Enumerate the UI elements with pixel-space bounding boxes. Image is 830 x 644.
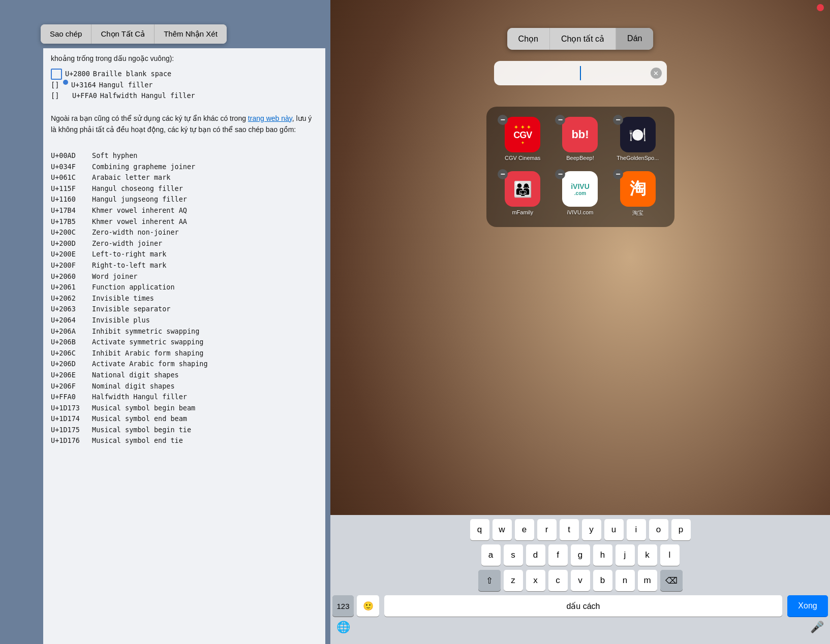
globe-icon[interactable]: 🌐 bbox=[336, 621, 350, 634]
intro-line: khoảng trống trong dấu ngoặc vuông): bbox=[51, 53, 318, 65]
space-key[interactable]: dấu cách bbox=[384, 595, 782, 617]
char-line-3: [] U+FFA0 Halfwidth Hangul filler bbox=[51, 90, 318, 102]
char-item-24: U+1D174Musical symbol end beam bbox=[51, 413, 318, 425]
keyboard-row-3: ⇧ z x c v b n m ⌫ bbox=[332, 570, 828, 591]
key-c[interactable]: c bbox=[548, 570, 568, 591]
keyboard-row-4: 123 🙂 dấu cách Xong bbox=[332, 595, 828, 617]
apps-grid: − ✦ ✦ ✦ CGV ✦ CGV Cinemas − bb! BeepBeep… bbox=[486, 107, 674, 227]
paragraph-text: Ngoài ra bạn cũng có thể sử dụng các ký … bbox=[51, 113, 318, 136]
char-item-4: U+1160Hangul jungseong filler bbox=[51, 194, 318, 205]
key-v[interactable]: v bbox=[571, 570, 590, 591]
key-d[interactable]: d bbox=[526, 544, 545, 566]
app-mfamily[interactable]: − 👨‍👩‍👧 mFamily bbox=[500, 171, 545, 217]
shift-key[interactable]: ⇧ bbox=[478, 570, 501, 591]
beepbeep-minus-button[interactable]: − bbox=[555, 115, 565, 125]
taobao-icon: 淘 bbox=[620, 171, 656, 207]
key-w[interactable]: w bbox=[493, 519, 512, 540]
char-item-15: U+2064Invisible plus bbox=[51, 315, 318, 326]
key-q[interactable]: q bbox=[470, 519, 489, 540]
mfamily-icon: 👨‍👩‍👧 bbox=[505, 171, 540, 207]
char-item-17: U+206BActivate symmetric swapping bbox=[51, 337, 318, 348]
app-beepbeep[interactable]: − bb! BeepBeep! bbox=[557, 117, 603, 161]
search-cursor bbox=[580, 66, 581, 80]
key-e[interactable]: e bbox=[515, 519, 534, 540]
char-item-11: U+2060Word joiner bbox=[51, 271, 318, 282]
key-u[interactable]: u bbox=[604, 519, 624, 540]
emoji-key[interactable]: 🙂 bbox=[357, 595, 379, 617]
app-cgv[interactable]: − ✦ ✦ ✦ CGV ✦ CGV Cinemas bbox=[500, 117, 545, 161]
cgv-label: CGV Cinemas bbox=[505, 155, 540, 161]
char-item-25: U+1D175Musical symbol begin tie bbox=[51, 425, 318, 436]
key-j[interactable]: j bbox=[616, 544, 635, 566]
left-panel: Sao chép Chọn Tất Cả Thêm Nhận Xét khoản… bbox=[0, 0, 330, 644]
char-item-12: U+2061Function application bbox=[51, 282, 318, 293]
key-r[interactable]: r bbox=[537, 519, 557, 540]
key-l[interactable]: l bbox=[660, 544, 680, 566]
app-taobao[interactable]: − 淘 淘宝 bbox=[615, 171, 661, 217]
keyboard-bottom-row: 🌐 🎤 bbox=[332, 621, 828, 634]
char-item-20: U+206ENational digit shapes bbox=[51, 370, 318, 381]
char-item-16: U+206AInhibit symmetric swapping bbox=[51, 326, 318, 337]
chars-list: U+00ADSoft hyphen U+034FCombining graphe… bbox=[51, 150, 318, 446]
key-i[interactable]: i bbox=[627, 519, 646, 540]
key-t[interactable]: t bbox=[560, 519, 579, 540]
char-line-1: ⠀ U+2800 Braille blank space bbox=[51, 69, 318, 80]
apps-row-2: − 👨‍👩‍👧 mFamily − iVIVU .com iVIVU.com bbox=[494, 171, 667, 217]
red-status-dot bbox=[817, 4, 824, 11]
key-k[interactable]: k bbox=[638, 544, 657, 566]
ios-keyboard: q w e r t y u i o p a s d f g h j k l ⇧ … bbox=[330, 515, 830, 644]
char-item-5: U+17B4Khmer vowel inherent AQ bbox=[51, 205, 318, 216]
key-s[interactable]: s bbox=[504, 544, 523, 566]
key-n[interactable]: n bbox=[616, 570, 635, 591]
key-o[interactable]: o bbox=[649, 519, 668, 540]
char-item-2: U+061CArabaic letter mark bbox=[51, 172, 318, 183]
key-b[interactable]: b bbox=[593, 570, 612, 591]
copy-button[interactable]: Sao chép bbox=[41, 24, 91, 44]
ios-context-menu: Chọn Chọn tất cả Dán bbox=[507, 28, 654, 50]
key-h[interactable]: h bbox=[593, 544, 612, 566]
cgv-icon: ✦ ✦ ✦ CGV ✦ bbox=[505, 117, 540, 152]
left-context-menu: Sao chép Chọn Tất Cả Thêm Nhận Xét bbox=[41, 24, 227, 44]
left-content-area[interactable]: khoảng trống trong dấu ngoặc vuông): ⠀ U… bbox=[43, 48, 325, 644]
link-trang-web[interactable]: trang web này bbox=[248, 114, 292, 122]
ios-dan-button[interactable]: Dán bbox=[616, 28, 653, 50]
char-item-10: U+200FRight-to-left mark bbox=[51, 260, 318, 271]
add-comment-button[interactable]: Thêm Nhận Xét bbox=[155, 24, 227, 44]
char-item-26: U+1D176Musical symbol end tie bbox=[51, 435, 318, 446]
char-item-1: U+034FCombining grapheme joiner bbox=[51, 162, 318, 173]
key-x[interactable]: x bbox=[526, 570, 545, 591]
key-f[interactable]: f bbox=[548, 544, 568, 566]
right-panel: Chọn Chọn tất cả Dán ✕ − ✦ ✦ ✦ CGV ✦ bbox=[330, 0, 830, 644]
key-z[interactable]: z bbox=[504, 570, 523, 591]
search-bar[interactable]: ✕ bbox=[494, 61, 667, 85]
key-a[interactable]: a bbox=[481, 544, 501, 566]
char-item-19: U+206DActivate Arabic form shaping bbox=[51, 359, 318, 370]
ivivu-minus-button[interactable]: − bbox=[555, 169, 565, 179]
select-all-button[interactable]: Chọn Tất Cả bbox=[91, 24, 155, 44]
mic-icon[interactable]: 🎤 bbox=[810, 621, 824, 634]
backspace-key[interactable]: ⌫ bbox=[660, 570, 683, 591]
search-clear-button[interactable]: ✕ bbox=[651, 68, 662, 79]
apps-row-1: − ✦ ✦ ✦ CGV ✦ CGV Cinemas − bb! BeepBeep… bbox=[494, 117, 667, 161]
char-preview-1: ⠀ bbox=[51, 69, 62, 80]
char-item-6: U+17B5Khmer vowel inherent AA bbox=[51, 216, 318, 228]
key-m[interactable]: m bbox=[638, 570, 657, 591]
key-123[interactable]: 123 bbox=[332, 595, 354, 617]
mfamily-minus-button[interactable]: − bbox=[498, 169, 508, 179]
keyboard-row-2: a s d f g h j k l bbox=[332, 544, 828, 566]
ios-chon-button[interactable]: Chọn bbox=[507, 28, 550, 50]
app-thegoldenspoon[interactable]: − 🍽️ TheGoldenSpo... bbox=[615, 117, 661, 161]
cgv-minus-button[interactable]: − bbox=[498, 115, 508, 125]
key-y[interactable]: y bbox=[582, 519, 601, 540]
app-ivivu[interactable]: − iVIVU .com iVIVU.com bbox=[557, 171, 603, 217]
char-item-8: U+200DZero-width joiner bbox=[51, 238, 318, 249]
mfamily-label: mFamily bbox=[512, 209, 533, 215]
blue-dot bbox=[63, 80, 68, 85]
key-p[interactable]: p bbox=[671, 519, 691, 540]
ios-chon-tat-ca-button[interactable]: Chọn tất cả bbox=[550, 28, 616, 50]
char-item-9: U+200ELeft-to-right mark bbox=[51, 249, 318, 260]
key-g[interactable]: g bbox=[571, 544, 590, 566]
beepbeep-icon: bb! bbox=[562, 117, 598, 152]
done-key[interactable]: Xong bbox=[787, 595, 828, 617]
char-item-14: U+2063Invisible separator bbox=[51, 304, 318, 315]
